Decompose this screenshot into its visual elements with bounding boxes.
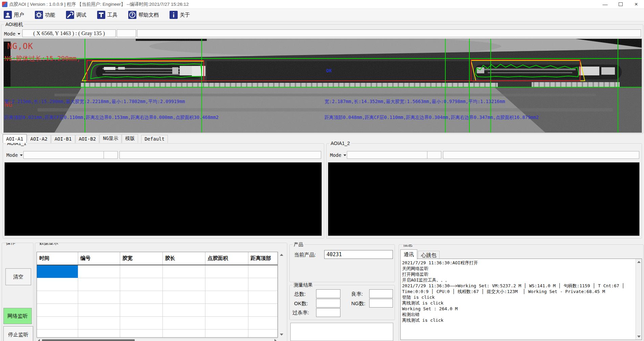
column-header-glue-area[interactable]: 点胶面积 — [205, 252, 248, 265]
table-cell[interactable] — [78, 278, 120, 291]
clear-button[interactable]: 清空 — [5, 268, 31, 285]
table-cell[interactable] — [37, 330, 78, 338]
table-cell[interactable] — [248, 265, 278, 278]
table-cell[interactable] — [205, 317, 248, 330]
tab-aoi-a2[interactable]: AOI-A2 — [27, 135, 51, 143]
table-cell[interactable] — [248, 291, 278, 304]
close-button[interactable]: × — [628, 0, 644, 8]
table-cell[interactable] — [162, 265, 205, 278]
toolbar-item-help[interactable]: ? 帮助文档 — [127, 10, 160, 20]
toolbar-item-debug[interactable]: 调试 — [65, 10, 87, 20]
toolbar-item-about[interactable]: 关于 — [169, 10, 191, 20]
table-vertical-scrollbar[interactable] — [278, 252, 285, 338]
table-cell[interactable] — [205, 330, 248, 338]
table-cell[interactable] — [78, 304, 120, 317]
scroll-right-icon[interactable] — [274, 339, 276, 341]
table-cell[interactable] — [78, 291, 120, 304]
aoia1-2-image-view[interactable] — [328, 162, 640, 236]
table-cell[interactable] — [120, 265, 162, 278]
tab-aoi-b2[interactable]: AOI-B2 — [75, 135, 99, 143]
current-product-input[interactable] — [324, 250, 393, 259]
table-cell[interactable] — [162, 317, 205, 330]
table-cell[interactable] — [37, 278, 78, 291]
tab-communication[interactable]: 通讯 — [400, 249, 417, 260]
table-cell[interactable] — [78, 317, 120, 330]
aoia1-1-mode-dropdown[interactable]: Mode — [6, 152, 23, 159]
table-cell[interactable] — [205, 304, 248, 317]
table-cell[interactable] — [162, 330, 205, 338]
table-cell[interactable] — [162, 291, 205, 304]
table-cell[interactable] — [205, 291, 248, 304]
tab-template[interactable]: 模版 — [122, 134, 138, 143]
table-cell[interactable] — [120, 291, 162, 304]
scroll-up-icon[interactable] — [280, 254, 283, 256]
minimize-button[interactable]: — — [597, 0, 613, 8]
column-header-glue-length[interactable]: 胶长 — [162, 252, 205, 265]
table-cell[interactable] — [37, 317, 78, 330]
camera-field-2[interactable] — [117, 29, 136, 37]
aoia1-1-field-2[interactable] — [104, 151, 118, 159]
scroll-down-icon[interactable] — [637, 336, 641, 338]
total-value-box[interactable] — [316, 289, 340, 298]
column-header-glue-width[interactable]: 胶宽 — [120, 252, 162, 265]
yield-value-box[interactable] — [369, 289, 393, 298]
camera-group-label: AOI相机 — [4, 22, 24, 27]
camera-field-3[interactable] — [137, 29, 641, 37]
ok-count-value-box[interactable] — [316, 299, 340, 308]
aoia1-1-field-3[interactable] — [119, 151, 321, 159]
aoia1-1-field-1[interactable] — [23, 151, 105, 159]
camera-image-view[interactable]: NG,OK NG:胶体过长:15.290mm, NG OK 宽:2.215mm,… — [3, 39, 642, 133]
toolbar-item-user[interactable]: 用户 — [3, 10, 25, 20]
scroll-left-icon[interactable] — [38, 339, 40, 341]
aoia1-2-field-1[interactable] — [347, 151, 428, 159]
aoia1-2-field-2[interactable] — [427, 151, 441, 159]
table-cell[interactable] — [37, 291, 78, 304]
table-cell[interactable] — [248, 317, 278, 330]
overkill-value-box[interactable] — [316, 308, 340, 317]
table-cell[interactable] — [120, 317, 162, 330]
main-toolbar: 用户 功能 调试 工具 ? 帮助文档 — [0, 9, 644, 21]
table-cell[interactable] — [205, 278, 248, 291]
column-header-id[interactable]: 编号 — [78, 252, 120, 265]
gear-icon — [35, 11, 43, 19]
table-horizontal-scrollbar[interactable] — [37, 338, 278, 341]
table-cell[interactable] — [120, 330, 162, 338]
table-cell[interactable] — [78, 330, 120, 338]
aoia1-1-image-view[interactable] — [4, 162, 322, 236]
tab-heartbeat[interactable]: 心跳包 — [418, 251, 440, 259]
table-cell[interactable] — [120, 278, 162, 291]
table-cell[interactable] — [248, 330, 278, 338]
tab-ng-display[interactable]: NG显示 — [99, 134, 121, 143]
column-header-distance-top[interactable]: 距离顶部 — [248, 252, 278, 265]
scroll-up-icon[interactable] — [637, 261, 641, 263]
table-cell[interactable] — [37, 304, 78, 317]
inspection-status-text: NG,OK — [7, 42, 33, 51]
scrollbar-thumb[interactable] — [42, 339, 135, 341]
table-cell[interactable] — [248, 304, 278, 317]
table-cell[interactable] — [162, 304, 205, 317]
log-vertical-scrollbar[interactable] — [636, 259, 642, 340]
tab-aoi-b1[interactable]: AOI-B1 — [51, 135, 75, 143]
aoia1-2-field-3[interactable] — [443, 151, 639, 159]
stop-listen-button[interactable]: 停止监听 — [3, 326, 33, 341]
table-cell[interactable] — [162, 278, 205, 291]
network-listen-button[interactable]: 网络监听 — [3, 308, 32, 324]
scroll-down-icon[interactable] — [280, 334, 283, 336]
table-cell[interactable] — [78, 265, 120, 278]
maximize-button[interactable] — [613, 0, 628, 8]
camera-coordinate-readout[interactable]: ( X 6568, Y 1463 ) : ( Gray 135 ) — [22, 29, 116, 37]
toolbar-item-function[interactable]: 功能 — [34, 10, 56, 20]
communication-log[interactable]: 2021/7/29 11:36:30:AOI程序打开 关闭网络监听 打开网络监听… — [400, 259, 642, 340]
notes-box[interactable] — [290, 323, 393, 341]
camera-mode-dropdown[interactable]: Mode — [4, 30, 20, 37]
tab-default[interactable]: Default — [141, 135, 168, 143]
aoia1-2-mode-dropdown[interactable]: Mode — [330, 152, 346, 159]
selected-cell[interactable] — [37, 265, 78, 278]
ng-count-value-box[interactable] — [369, 299, 393, 308]
table-cell[interactable] — [120, 304, 162, 317]
column-header-time[interactable]: 时间 — [37, 252, 78, 265]
toolbar-item-tools[interactable]: 工具 — [96, 10, 118, 20]
table-cell[interactable] — [248, 278, 278, 291]
tab-aoi-a1[interactable]: AOI-A1 — [3, 134, 27, 143]
table-cell[interactable] — [205, 265, 248, 278]
